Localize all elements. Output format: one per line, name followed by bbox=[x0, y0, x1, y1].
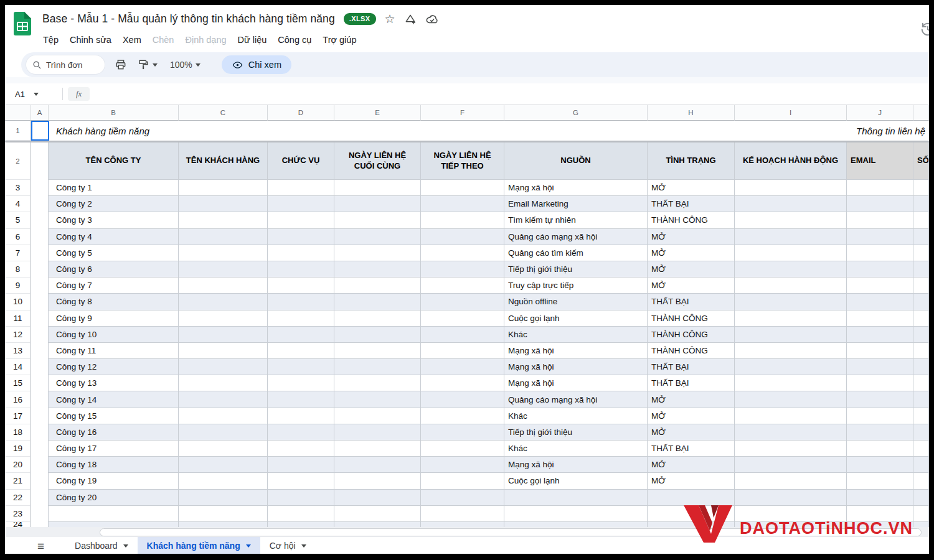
cell[interactable] bbox=[847, 408, 913, 424]
row-header-13[interactable]: 13 bbox=[5, 343, 31, 359]
cell[interactable] bbox=[735, 310, 847, 327]
cell[interactable] bbox=[735, 327, 847, 343]
view-only-button[interactable]: Chỉ xem bbox=[222, 55, 291, 74]
row1-titles[interactable]: Khách hàng tiềm năng Thông tin liên hệ bbox=[49, 121, 929, 141]
cell[interactable] bbox=[31, 424, 49, 441]
column-header-D[interactable]: D bbox=[268, 105, 334, 121]
cell[interactable] bbox=[31, 180, 49, 196]
cell[interactable] bbox=[735, 278, 847, 294]
cell-company[interactable]: Công ty 9 bbox=[49, 310, 179, 327]
cell[interactable] bbox=[847, 245, 913, 261]
row-header-22[interactable]: 22 bbox=[5, 490, 31, 506]
header-cell[interactable]: TÊN CÔNG TY bbox=[49, 142, 179, 180]
cell-source[interactable]: Nguồn offline bbox=[504, 294, 648, 310]
cell-status[interactable]: MỞ bbox=[648, 457, 735, 473]
tab-Khách hàng tiềm năng[interactable]: Khách hàng tiềm năng bbox=[138, 537, 260, 554]
row-header-4[interactable]: 4 bbox=[5, 196, 31, 212]
row-header-12[interactable]: 12 bbox=[5, 327, 31, 343]
cell[interactable] bbox=[31, 359, 49, 375]
cell[interactable] bbox=[334, 457, 421, 473]
cell[interactable] bbox=[179, 261, 268, 278]
cell[interactable] bbox=[268, 278, 334, 294]
cell[interactable] bbox=[179, 245, 268, 261]
cell-source[interactable]: Quảng cáo mạng xã hội bbox=[504, 229, 648, 245]
cell-status[interactable]: MỞ bbox=[648, 278, 735, 294]
row-header-5[interactable]: 5 bbox=[5, 212, 31, 228]
cell-source[interactable] bbox=[504, 506, 648, 522]
cell[interactable] bbox=[847, 359, 913, 375]
cell[interactable] bbox=[334, 391, 421, 408]
cell[interactable] bbox=[913, 196, 929, 212]
cell[interactable] bbox=[913, 327, 929, 343]
cell[interactable] bbox=[334, 490, 421, 506]
cell[interactable] bbox=[268, 473, 334, 489]
cell[interactable] bbox=[847, 375, 913, 391]
cell-source[interactable]: Quảng cáo tìm kiếm bbox=[504, 245, 648, 261]
cell-company[interactable]: Công ty 13 bbox=[49, 375, 179, 391]
cell[interactable] bbox=[179, 424, 268, 441]
row-header-17[interactable]: 17 bbox=[5, 408, 31, 424]
cell[interactable] bbox=[334, 343, 421, 359]
cell[interactable] bbox=[421, 457, 504, 473]
cell[interactable] bbox=[421, 212, 504, 228]
row-header-19[interactable]: 19 bbox=[5, 441, 31, 457]
cell-company[interactable]: Công ty 18 bbox=[49, 457, 179, 473]
cell-status[interactable]: MỞ bbox=[648, 229, 735, 245]
cell[interactable] bbox=[847, 180, 913, 196]
cell[interactable] bbox=[268, 359, 334, 375]
cell[interactable] bbox=[31, 473, 49, 489]
row-header-23[interactable]: 23 bbox=[5, 506, 31, 522]
paint-format-button[interactable] bbox=[137, 58, 158, 71]
cell-company[interactable]: Công ty 4 bbox=[49, 229, 179, 245]
cell[interactable] bbox=[913, 490, 929, 506]
cell-status[interactable]: THÀNH CÔNG bbox=[648, 343, 735, 359]
menu-item[interactable]: Công cụ bbox=[272, 32, 317, 47]
cell[interactable] bbox=[179, 278, 268, 294]
tab-Dashboard[interactable]: Dashboard bbox=[65, 537, 138, 554]
row-header-16[interactable]: 16 bbox=[5, 391, 31, 408]
cell[interactable] bbox=[847, 261, 913, 278]
row-header-1[interactable]: 1 bbox=[5, 121, 31, 141]
cell-company[interactable]: Công ty 17 bbox=[49, 441, 179, 457]
cell-status[interactable]: MỞ bbox=[648, 473, 735, 489]
cell[interactable] bbox=[268, 245, 334, 261]
cell-status[interactable]: THẤT BẠI bbox=[648, 196, 735, 212]
cell[interactable] bbox=[735, 391, 847, 408]
cell[interactable] bbox=[179, 375, 268, 391]
row-header-10[interactable]: 10 bbox=[5, 294, 31, 310]
column-header-E[interactable]: E bbox=[334, 105, 421, 121]
header-cell[interactable]: TÊN KHÁCH HÀNG bbox=[179, 142, 268, 180]
menu-item[interactable]: Trợ giúp bbox=[317, 32, 362, 47]
cell[interactable] bbox=[31, 375, 49, 391]
cell-company[interactable]: Công ty 1 bbox=[49, 180, 179, 196]
cell[interactable] bbox=[31, 278, 49, 294]
tab-Cơ hội[interactable]: Cơ hội bbox=[260, 537, 316, 554]
cell[interactable] bbox=[268, 391, 334, 408]
cell[interactable] bbox=[31, 196, 49, 212]
cell[interactable] bbox=[847, 278, 913, 294]
cell-company[interactable]: Công ty 5 bbox=[49, 245, 179, 261]
header-cell[interactable]: EMAIL bbox=[847, 142, 913, 180]
row-header-6[interactable]: 6 bbox=[5, 229, 31, 245]
cell[interactable] bbox=[268, 424, 334, 441]
cell[interactable] bbox=[179, 359, 268, 375]
cell[interactable] bbox=[421, 180, 504, 196]
cell[interactable] bbox=[268, 506, 334, 522]
cell[interactable] bbox=[847, 490, 913, 506]
cell-company[interactable]: Công ty 3 bbox=[49, 212, 179, 228]
row-header-14[interactable]: 14 bbox=[5, 359, 31, 375]
cell[interactable] bbox=[268, 294, 334, 310]
cell-source[interactable]: Quảng cáo mạng xã hội bbox=[504, 391, 648, 408]
column-header-A[interactable]: A bbox=[31, 105, 49, 121]
cell-source[interactable]: Tiếp thị giới thiệu bbox=[504, 261, 648, 278]
cell[interactable] bbox=[847, 327, 913, 343]
cell[interactable] bbox=[268, 375, 334, 391]
cell[interactable] bbox=[268, 212, 334, 228]
cell[interactable] bbox=[913, 391, 929, 408]
cell[interactable] bbox=[334, 424, 421, 441]
cell-source[interactable]: Mạng xã hội bbox=[504, 343, 648, 359]
cell[interactable] bbox=[31, 212, 49, 228]
cell[interactable] bbox=[179, 229, 268, 245]
cell-status[interactable]: THẤT BẠI bbox=[648, 375, 735, 391]
cell[interactable] bbox=[847, 473, 913, 489]
